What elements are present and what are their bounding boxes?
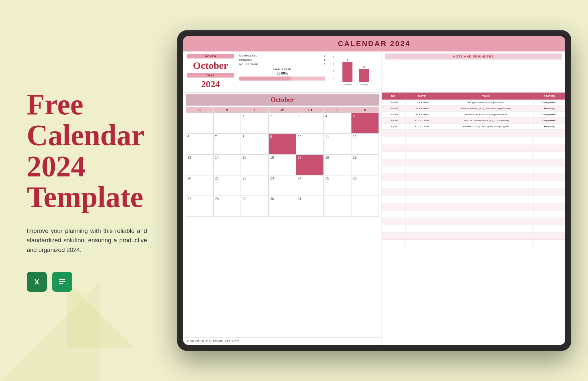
task-row-empty	[382, 203, 565, 211]
calendar-title: CALENDAR 2024	[186, 39, 562, 48]
month-value: October	[187, 60, 234, 71]
tasks-header-row: NO. DATE TASK STATUS	[382, 93, 565, 100]
task-row: TSK-02 5-Oct-2024 Deep cleaning (e.g., w…	[382, 106, 565, 112]
cal-cell: 23	[269, 175, 296, 196]
task-row-empty	[382, 181, 565, 188]
tasks-table: NO. DATE TASK STATUS TSK-01 1-Oct-2024	[382, 93, 565, 247]
note-line	[385, 61, 562, 66]
pending-bar-name: Pending	[360, 84, 368, 86]
cal-cell-highlighted: 9	[269, 134, 296, 154]
task-desc: Budget review and adjustments	[439, 100, 534, 106]
svg-rect-5	[59, 283, 63, 284]
task-row-empty	[382, 240, 565, 247]
task-status: Completed	[534, 100, 565, 106]
stats-numbers: COMPLETED 3 PENDING 2 NO. OF TASK: 5	[237, 54, 328, 81]
note-line	[385, 86, 562, 90]
task-row-empty	[382, 152, 565, 159]
task-date: 5-Oct-2024	[405, 106, 439, 112]
task-row-empty	[382, 166, 565, 174]
day-header-w: W	[269, 107, 296, 113]
rate-value: 60.00%	[239, 72, 325, 75]
day-header-s1: S	[186, 107, 213, 113]
cal-cell: 12	[351, 134, 379, 154]
left-panel: Free Calendar 2024 Template Improve your…	[20, 0, 160, 381]
task-status: Completed	[534, 118, 565, 124]
pending-value: 2	[324, 58, 325, 61]
cal-cell	[213, 113, 241, 134]
cal-cell: 29	[241, 196, 269, 217]
task-date: 1-Oct-2024	[405, 100, 439, 106]
excel-icon: X	[27, 272, 47, 292]
svg-rect-4	[59, 281, 65, 282]
monthly-cal-title: October	[188, 96, 377, 104]
month-year-block: MONTH October YEAR 2024	[187, 54, 234, 90]
bar-chart-section: 3 2 1 0 3 Completed	[331, 54, 378, 87]
pending-bar	[359, 69, 369, 82]
cal-cell: 15	[241, 154, 269, 175]
tasks-value: 5	[324, 63, 325, 66]
task-row: TSK-01 1-Oct-2024 Budget review and adju…	[382, 100, 565, 106]
task-status: Pending	[534, 124, 565, 130]
notes-title: NOTE AND REMINDERS	[387, 55, 561, 58]
task-status: Pending	[534, 106, 565, 112]
cal-cell	[186, 113, 213, 134]
cal-cell: 19	[351, 154, 379, 175]
task-desc: Vehicle maintenance (e.g., oil change)	[439, 118, 534, 124]
notes-header: NOTE AND REMINDERS	[385, 53, 562, 59]
task-row-empty	[382, 188, 565, 196]
task-no: TSK-04	[382, 118, 405, 124]
cal-cell: 1	[241, 113, 269, 134]
task-row: TSK-03 9-Oct-2024 Health check-ups and a…	[382, 112, 565, 118]
cal-cell: 28	[213, 196, 241, 217]
note-line	[385, 68, 562, 72]
cal-cell: 16	[269, 154, 296, 175]
task-status: Completed	[534, 112, 565, 118]
task-row-empty	[382, 233, 565, 240]
cal-cell: 6	[186, 134, 213, 154]
task-row-empty	[382, 218, 565, 225]
cal-cell: 7	[213, 134, 241, 154]
pending-stat: PENDING 2	[239, 58, 325, 61]
task-desc: Deep cleaning (e.g., windows, appliances…	[439, 106, 534, 112]
cal-cell: 2	[269, 113, 296, 134]
task-date: 9-Oct-2024	[405, 112, 439, 118]
task-row-empty	[382, 159, 565, 166]
note-line	[385, 74, 562, 78]
col-date: DATE	[405, 93, 439, 100]
cal-cell: 21	[213, 175, 241, 196]
pending-bar-group: 2 Pending	[359, 66, 369, 86]
task-no: TSK-01	[382, 100, 405, 106]
tasks-stat: NO. OF TASK: 5	[239, 63, 325, 66]
day-header-th: TH	[296, 107, 324, 113]
task-row-empty	[382, 137, 565, 144]
progress-bar-container	[239, 77, 325, 81]
cal-grid-header: S M T W TH F S	[186, 107, 379, 113]
main-title: Free Calendar 2024 Template	[27, 89, 154, 213]
col-task: TASK	[439, 93, 534, 100]
calendar-body: MONTH October YEAR 2024 COMPLETED 3	[183, 51, 565, 345]
cal-grid: 1 2 3 4 5 6 7 8 9 10 11 12	[186, 113, 379, 217]
cal-cell: 3	[296, 113, 324, 134]
completed-stat: COMPLETED 3	[239, 54, 325, 57]
pending-label: PENDING	[239, 58, 253, 61]
tasks-tbody: TSK-01 1-Oct-2024 Budget review and adju…	[382, 100, 565, 247]
month-label: MONTH	[187, 54, 234, 58]
col-status: STATUS	[534, 93, 565, 100]
cal-cell: 31	[296, 196, 324, 217]
notes-section: NOTE AND REMINDERS	[382, 51, 565, 93]
task-date: 11-Oct-2024	[405, 118, 439, 124]
completed-bar-label: 3	[347, 59, 348, 61]
bar-chart: 3 2 1 0 3 Completed	[332, 55, 376, 86]
completed-bar-group: 3 Completed	[342, 59, 352, 86]
cal-cell: 18	[324, 154, 351, 175]
day-header-f: F	[324, 107, 351, 113]
task-row-empty	[382, 174, 565, 181]
sheets-icon	[52, 272, 72, 292]
cal-cell: 13	[186, 154, 213, 175]
monthly-cal-header: October	[186, 94, 379, 106]
completed-bar-name: Completed	[342, 84, 352, 86]
tablet-frame: CALENDAR 2024 MONTH October YEAR 2024	[177, 30, 571, 351]
task-date: 17-Oct-2024	[405, 124, 439, 130]
completed-bar	[342, 62, 352, 82]
cal-cell: 4	[324, 113, 351, 134]
